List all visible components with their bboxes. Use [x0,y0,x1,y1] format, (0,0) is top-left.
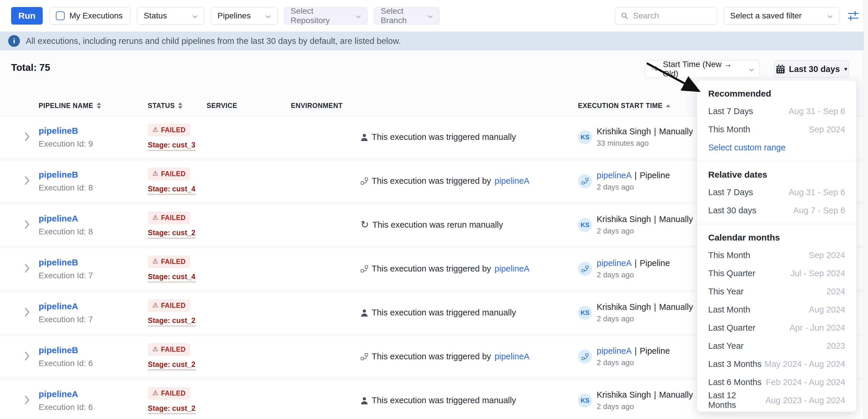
menu-item[interactable]: Last Quarter Apr - Jun 2024 [697,319,856,337]
menu-item[interactable]: Last Year 2023 [697,337,856,355]
menu-item-value: Aug 31 - Sep 6 [789,188,845,197]
author-pipeline-link[interactable]: pipelineA [597,170,631,180]
menu-item[interactable]: Last 12 Months Aug 2023 - Aug 2024 [697,391,856,409]
sort-asc-icon[interactable] [666,104,670,107]
trigger-text: This execution was triggered by [372,264,491,273]
trigger-type-label: Pipeline [640,258,670,268]
menu-item-value: 2024 [826,287,845,296]
failed-stage-link[interactable]: Stage: cust_4 [148,272,195,282]
select-branch-dropdown[interactable]: Select Branch [374,7,440,25]
avatar: KS [578,218,592,232]
menu-item[interactable]: This Quarter Jul - Sep 2024 [697,264,856,282]
select-custom-range-link[interactable]: Select custom range [697,138,856,157]
relative-time: 2 days ago [597,358,670,367]
search-input[interactable] [632,11,711,21]
my-executions-checkbox[interactable] [56,11,65,20]
pipeline-name-link[interactable]: pipelineA [39,214,78,224]
date-range-button[interactable]: Last 30 days ▾ [774,60,849,78]
expand-chevron-icon[interactable] [25,264,30,274]
pipeline-name-link[interactable]: pipelineB [39,126,78,136]
saved-filter-dropdown[interactable]: Select a saved filter [723,7,839,25]
menu-item[interactable]: Last 7 Days Aug 31 - Sep 6 [697,102,856,120]
author-separator: | [654,390,656,400]
pipeline-name-link[interactable]: pipelineB [39,345,78,355]
status-badge-label: FAILED [161,214,186,222]
pipeline-name-link[interactable]: pipelineB [39,257,78,267]
chevron-down-icon [266,11,271,21]
menu-item-value: Apr - Jun 2024 [789,323,845,333]
chevron-down-icon [828,11,833,21]
expand-chevron-icon[interactable] [25,176,30,186]
expand-chevron-icon[interactable] [25,220,30,230]
trigger-pipeline-link[interactable]: pipelineA [495,264,529,273]
search-box[interactable] [615,7,717,25]
relative-time: 2 days ago [597,183,670,192]
expand-chevron-icon[interactable] [25,308,30,318]
menu-item[interactable]: Last 3 Months May 2024 - Aug 2024 [697,355,856,373]
page-scrollbar[interactable] [864,0,868,419]
warning-icon: ⚠ [152,390,158,396]
failed-stage-link[interactable]: Stage: cust_2 [148,360,195,370]
menu-item[interactable]: This Month Sep 2024 [697,246,856,264]
avatar-initials: KS [581,221,590,229]
menu-item-value: Aug 7 - Sep 6 [794,206,845,215]
menu-item[interactable]: This Month Sep 2024 [697,120,856,138]
executions-page: Run My Executions Status Pipelines Selec… [0,0,868,419]
execution-id: Execution Id: 9 [39,139,93,149]
pipeline-name-link[interactable]: pipelineA [39,301,78,311]
menu-item[interactable]: This Year 2024 [697,282,856,300]
column-header[interactable]: SERVICE [207,102,291,110]
pipeline-name-link[interactable]: pipelineB [39,170,78,180]
select-repository-dropdown[interactable]: Select Repository [284,7,368,25]
expand-chevron-icon[interactable] [25,132,30,142]
expand-chevron-icon[interactable] [25,351,30,362]
sort-updown-icon[interactable] [178,102,182,109]
trigger-pipeline-link[interactable]: pipelineA [495,352,529,361]
status-dropdown[interactable]: Status [137,7,204,25]
execution-id: Execution Id: 7 [39,315,93,324]
chevron-down-icon [192,11,197,21]
warning-icon: ⚠ [152,214,158,221]
column-header[interactable]: PIPELINE NAME [39,102,148,110]
sort-dropdown[interactable]: Start Time (New → Old) [645,60,760,78]
pipelines-dropdown[interactable]: Pipelines [211,7,277,25]
menu-item-value: Aug 2023 - Aug 2024 [765,396,845,405]
failed-stage-link[interactable]: Stage: cust_2 [148,228,195,238]
author-name: Krishika Singh [597,215,651,224]
author-pipeline-link[interactable]: pipelineA [597,258,631,268]
execution-id: Execution Id: 7 [39,271,93,280]
user-icon [361,396,368,405]
menu-item-value: Sep 2024 [809,251,845,260]
failed-stage-link[interactable]: Stage: cust_2 [148,316,195,326]
menu-item-label: Last 30 days [708,206,756,215]
failed-stage-link[interactable]: Stage: cust_2 [148,404,195,414]
trigger-type-label: Manually [659,302,693,312]
trigger-pipeline-link[interactable]: pipelineA [495,176,529,186]
trigger-text: This execution was triggered manually [372,132,516,142]
sort-dropdown-label: Start Time (New → Old) [663,60,745,78]
menu-item-label: Last Year [708,341,744,351]
column-header[interactable]: STATUS [148,102,207,110]
my-executions-filter[interactable]: My Executions [49,7,130,25]
column-header[interactable]: ENVIRONMENT [291,102,361,110]
my-executions-label: My Executions [69,11,123,21]
author-pipeline-link[interactable]: pipelineA [597,346,631,356]
menu-item[interactable]: Last 6 Months Feb 2024 - Aug 2024 [697,373,856,391]
avatar: KS [578,130,592,144]
filter-sliders-icon[interactable] [847,10,859,21]
failed-stage-link[interactable]: Stage: cust_3 [148,141,195,151]
date-range-label: Last 30 days [789,64,840,74]
run-button[interactable]: Run [11,7,43,25]
sort-descending-icon [651,65,659,73]
date-range-menu: Recommended Last 7 Days Aug 31 - Sep 6 T… [697,80,857,412]
menu-section-heading: Relative dates [697,166,856,183]
expand-chevron-icon[interactable] [25,395,30,406]
menu-item[interactable]: Last 30 days Aug 7 - Sep 6 [697,201,856,220]
menu-item-label: Last 6 Months [708,378,762,387]
menu-item[interactable]: Last Month Aug 2024 [697,300,856,319]
pipeline-name-link[interactable]: pipelineA [39,389,78,399]
menu-item[interactable]: Last 7 Days Aug 31 - Sep 6 [697,183,856,201]
failed-stage-link[interactable]: Stage: cust_4 [148,185,195,195]
relative-time: 2 days ago [597,226,693,235]
sort-updown-icon[interactable] [97,102,101,109]
